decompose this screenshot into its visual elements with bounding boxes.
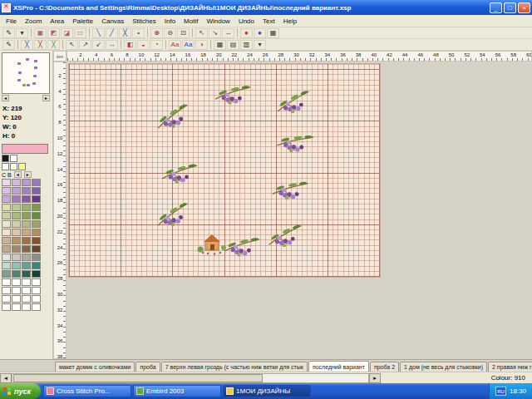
palette-swatch[interactable]	[22, 262, 31, 269]
palette-swatch[interactable]	[32, 303, 41, 311]
taskbar-task-button[interactable]: 1МОИ ДИЗАЙНЫ	[223, 385, 311, 397]
menu-item-zoom[interactable]: Zoom	[21, 17, 46, 25]
palette-swatch[interactable]	[2, 229, 11, 236]
palette-swatch[interactable]	[12, 220, 21, 228]
palette-swatch[interactable]	[2, 262, 11, 269]
pattern-tab-3[interactable]: последний вариант	[308, 361, 369, 372]
close-button[interactable]: ×	[518, 2, 530, 13]
quarter-stitch-button[interactable]: ◪	[61, 28, 73, 38]
palette-swatch[interactable]	[22, 195, 31, 203]
palette-quick-swatch[interactable]	[10, 155, 17, 162]
pencil-tool-button[interactable]: ✎	[2, 28, 15, 38]
palette-swatch[interactable]	[2, 212, 11, 219]
palette-swatch[interactable]	[12, 270, 21, 278]
palette-swatch[interactable]	[32, 295, 41, 303]
palette-swatch[interactable]	[32, 287, 41, 294]
palette-swatch[interactable]	[12, 287, 21, 294]
design-preview[interactable]	[2, 52, 50, 94]
palette-swatch[interactable]	[32, 187, 41, 195]
palette-swatch[interactable]	[22, 204, 31, 211]
pattern-tab-5[interactable]: 1 дом (не весь для стыковки)	[400, 362, 487, 372]
taskbar-task-button[interactable]: Cross Stitch Pro...	[43, 385, 131, 397]
grid-pencil-button[interactable]: ▦	[267, 28, 279, 38]
stitch-view-button[interactable]: ╳	[21, 40, 33, 50]
palette-swatch[interactable]	[12, 229, 21, 236]
menu-item-palette[interactable]: Palette	[68, 17, 97, 25]
palette-scroll-right-icon[interactable]: ►	[24, 171, 32, 178]
menu-item-motif[interactable]: Motif	[180, 17, 202, 25]
arrow-swap-button[interactable]: ↔	[106, 40, 118, 50]
menu-item-help[interactable]: Help	[279, 17, 301, 25]
palette-swatch[interactable]	[12, 195, 21, 203]
preview-scroll-right-icon[interactable]: ►	[42, 95, 50, 101]
mirror-horizontal-button[interactable]: ◧	[124, 40, 136, 50]
palette-swatch[interactable]	[32, 245, 41, 253]
menu-item-file[interactable]: File	[2, 17, 21, 25]
arrow-up-right-button[interactable]: ↗	[79, 40, 91, 50]
palette-swatch[interactable]	[12, 278, 21, 286]
zoom-area-button[interactable]: ⊡	[177, 28, 190, 38]
zoom-in-button[interactable]: ⊕	[150, 28, 163, 38]
pattern-tab-2[interactable]: 7 верхн левая гроздь (с частью ниж ветки…	[161, 362, 308, 372]
palette-swatch[interactable]	[32, 262, 41, 269]
palette-swatch[interactable]	[2, 237, 11, 244]
pattern-tab-0[interactable]: макет домик с оливочками	[55, 362, 135, 372]
palette-swatch[interactable]	[32, 270, 41, 278]
scrollbar-thumb[interactable]	[13, 374, 263, 382]
title-bar[interactable]: XSPro - C:\Documents and Settings\Rimma\…	[0, 0, 532, 15]
select-arrow-button[interactable]: ↖	[195, 28, 208, 38]
palette-swatch[interactable]	[22, 187, 31, 195]
menu-item-area[interactable]: Area	[46, 17, 68, 25]
palette-circle-button[interactable]: ◑	[195, 40, 208, 50]
menu-item-text[interactable]: Text	[259, 17, 279, 25]
menu-item-stitches[interactable]: Stitches	[128, 17, 160, 25]
palette-swatch[interactable]	[22, 179, 31, 186]
palette-quick-swatch[interactable]	[10, 163, 17, 170]
menu-item-canvas[interactable]: Canvas	[97, 17, 128, 25]
palette-swatch[interactable]	[22, 287, 31, 294]
text-blue-button[interactable]: Aa	[182, 40, 195, 50]
taskbar-task-button[interactable]: Embird 2003	[133, 385, 221, 397]
options-dropdown-button[interactable]: ▾	[254, 40, 266, 50]
preview-scroll-left-icon[interactable]: ◄	[2, 95, 9, 101]
start-button[interactable]: пуск	[0, 383, 41, 399]
menu-item-info[interactable]: Info	[160, 17, 180, 25]
palette-swatch[interactable]	[12, 303, 21, 311]
zoom-out-button[interactable]: ⊖	[164, 28, 176, 38]
backstitch-cross-button[interactable]: ╳	[119, 28, 131, 38]
palette-swatch[interactable]	[12, 295, 21, 303]
palette-swatch[interactable]	[2, 303, 11, 311]
palette-swatch[interactable]	[22, 245, 31, 253]
palette-swatch[interactable]	[2, 187, 11, 195]
palette-swatch[interactable]	[32, 278, 41, 286]
selected-colour-swatch[interactable]	[2, 144, 48, 154]
palette-swatch[interactable]	[12, 237, 21, 244]
arrow-down-left-button[interactable]: ↙	[92, 40, 105, 50]
palette-swatch[interactable]	[12, 179, 21, 186]
palette-swatch[interactable]	[2, 195, 11, 203]
palette-swatch[interactable]	[2, 278, 11, 286]
palette-swatch[interactable]	[22, 237, 31, 244]
scroll-left-icon[interactable]: ◄	[0, 373, 12, 383]
pattern-tab-6[interactable]: 2 правая ниж гр	[488, 362, 532, 372]
palette-swatch[interactable]	[32, 254, 41, 261]
maximize-button[interactable]: □	[504, 2, 516, 13]
pan-button[interactable]: ↔	[222, 28, 234, 38]
palette-quick-swatch[interactable]	[2, 155, 9, 162]
scroll-right-icon[interactable]: ►	[369, 373, 381, 383]
palette-swatch[interactable]	[32, 204, 41, 211]
menu-item-undo[interactable]: Undo	[234, 17, 259, 25]
backstitch-up-button[interactable]: ╱	[106, 28, 118, 38]
stitch-symbol-button[interactable]: ╳	[47, 40, 60, 50]
palette-swatch[interactable]	[22, 270, 31, 278]
palette-swatch[interactable]	[2, 254, 11, 261]
palette-scroll-left-icon[interactable]: ◄	[14, 171, 22, 178]
palette-swatch[interactable]	[22, 229, 31, 236]
palette-swatch[interactable]	[2, 245, 11, 253]
palette-swatch[interactable]	[2, 179, 11, 186]
text-red-button[interactable]: Aa	[169, 40, 181, 50]
grid-button[interactable]: ▦	[214, 40, 226, 50]
move-arrow-button[interactable]: ↘	[209, 28, 221, 38]
horizontal-scrollbar[interactable]	[12, 373, 369, 383]
palette-swatch[interactable]	[2, 270, 11, 278]
